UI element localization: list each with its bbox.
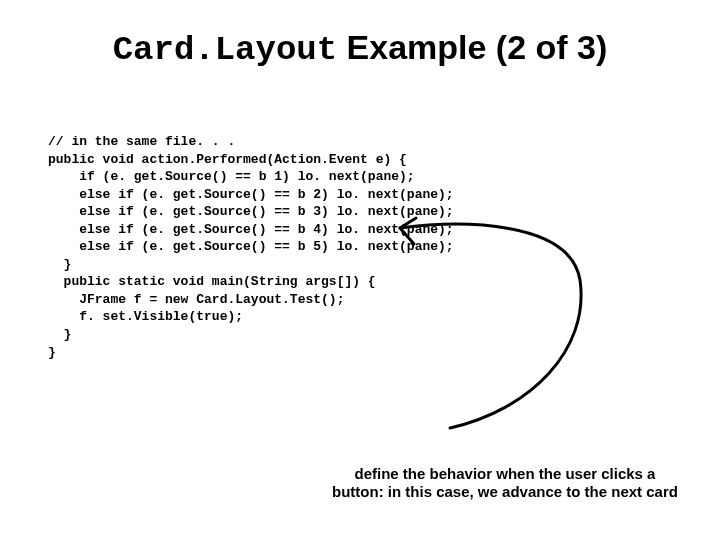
code-block: // in the same file. . . public void act…	[48, 133, 454, 361]
title-mono: Card.Layout	[113, 31, 337, 69]
slide: Card.Layout Example (2 of 3) // in the s…	[0, 0, 720, 540]
slide-title: Card.Layout Example (2 of 3)	[0, 28, 720, 69]
caption-text: define the behavior when the user clicks…	[330, 465, 680, 503]
title-rest: Example (2 of 3)	[337, 28, 607, 66]
